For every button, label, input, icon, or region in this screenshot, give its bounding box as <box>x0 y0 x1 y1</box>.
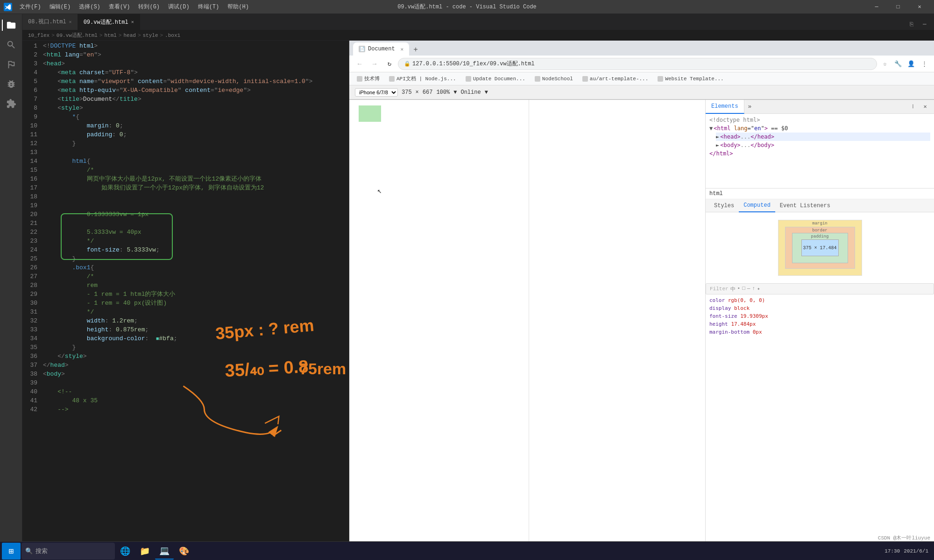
more-button[interactable]: ⋮ <box>918 58 930 70</box>
device-mode-arrow: ▼ <box>485 89 488 96</box>
taskbar-ps[interactable]: 🎨 <box>175 543 193 560</box>
menu-terminal[interactable]: 终端(T) <box>194 2 223 12</box>
filter-icon-arrow[interactable]: ↑ <box>752 286 755 293</box>
tab-09[interactable]: 09.vw适配.html ✕ <box>78 14 140 30</box>
breadcrumb: 10_flex > 09.vw适配.html > html > head > s… <box>22 30 934 41</box>
bookmark-button[interactable]: ☆ <box>879 58 891 70</box>
close-button[interactable]: ✕ <box>909 0 930 14</box>
menu-debug[interactable]: 调试(D) <box>164 2 193 12</box>
devtools-btab-events[interactable]: Event Listeners <box>775 199 835 212</box>
menu-file[interactable]: 文件(F) <box>16 2 45 12</box>
taskbar-time: 17:30 <box>884 548 900 554</box>
new-tab-button[interactable]: + <box>410 44 421 56</box>
browser-tab-document[interactable]: 📄 Document ✕ <box>353 42 409 56</box>
cv-val-height: 17.484px <box>731 321 756 327</box>
device-select[interactable]: iPhone 6/7/8 <box>355 88 398 97</box>
filter-icon-line[interactable]: — <box>747 286 750 293</box>
bookmark-5[interactable]: Website Template... <box>654 75 727 83</box>
devtools-right-header: html <box>706 189 934 199</box>
tab-09-close[interactable]: ✕ <box>131 19 134 25</box>
bookmark-favicon-4 <box>582 76 588 82</box>
more-actions-button[interactable]: ⋯ <box>919 19 930 30</box>
devtools-element-label: html <box>709 190 723 197</box>
address-bar[interactable]: 🔒 127.0.0.1:5500/10_flex/09.vw适配.html <box>398 58 877 70</box>
nav-actions: ☆ 🔧 👤 ⋮ <box>879 58 930 70</box>
menu-help[interactable]: 帮助(H) <box>224 2 253 12</box>
taskbar-explorer[interactable]: 📁 <box>135 543 154 560</box>
tree-html-close: </html> <box>709 149 930 158</box>
taskbar-browser[interactable]: 🌐 <box>116 543 134 560</box>
cv-marginbottom: margin-bottom 0px <box>709 328 930 336</box>
bookmark-favicon-5 <box>658 76 663 82</box>
bookmark-4[interactable]: au/art-template-... <box>579 75 652 83</box>
menu-goto[interactable]: 转到(G) <box>134 2 163 12</box>
tree-body[interactable]: ►<body>...</body> <box>716 141 930 149</box>
code-scroll[interactable]: 12345 678910 1112131415 1617181920 21222… <box>22 41 349 550</box>
menu-view[interactable]: 查看(V) <box>105 2 134 12</box>
device-sep: ▼ <box>453 89 457 96</box>
browser-favicon: 📄 <box>359 46 365 52</box>
devtools-close-button[interactable]: ✕ <box>920 102 930 112</box>
bookmark-0[interactable]: 技术博 <box>353 74 383 83</box>
start-button[interactable]: ⊞ <box>2 543 21 560</box>
activity-git[interactable] <box>2 55 21 74</box>
devtools-tab-elements[interactable]: Elements <box>706 100 744 114</box>
activity-search[interactable] <box>2 35 21 54</box>
breadcrumb-2[interactable]: 09.vw适配.html <box>57 32 98 39</box>
bm-padding-label: padding <box>811 234 829 239</box>
bookmark-1[interactable]: API文档 | Node.js... <box>385 74 460 83</box>
devtools-btab-computed[interactable]: Computed <box>739 199 775 212</box>
bookmark-3[interactable]: NodeSchool <box>531 75 577 83</box>
activity-extensions[interactable] <box>2 94 21 113</box>
computed-values: color rgb(0, 0, 0) display block font-si <box>706 294 934 338</box>
taskbar-right: 17:30 2021/6/1 <box>884 548 932 554</box>
code-pane[interactable]: 12345 678910 1112131415 1617181920 21222… <box>22 41 349 560</box>
account-button[interactable]: 👤 <box>905 58 917 70</box>
cv-color: color rgb(0, 0, 0) <box>709 296 930 304</box>
maximize-button[interactable]: □ <box>887 0 909 14</box>
split-editor-button[interactable]: ⎘ <box>906 19 917 30</box>
tab-09-label: 09.vw适配.html <box>84 18 128 26</box>
breadcrumb-6[interactable]: .box1 <box>165 33 180 38</box>
devtools-more-tabs[interactable]: » <box>744 103 756 110</box>
activity-explorer[interactable] <box>2 16 21 35</box>
app-layout: 08.视口.html ✕ 09.vw适配.html ✕ ⎘ ⋯ 10_flex … <box>0 14 934 560</box>
breadcrumb-5[interactable]: style <box>142 33 158 38</box>
devtools-dock-button[interactable]: ⁞ <box>908 102 918 112</box>
bookmark-2[interactable]: Update Documen... <box>462 75 529 83</box>
breadcrumb-sep-5: > <box>160 33 163 38</box>
tab-08[interactable]: 08.视口.html ✕ <box>22 14 78 30</box>
activity-debug[interactable] <box>2 75 21 93</box>
reload-button[interactable]: ↻ <box>383 57 396 70</box>
breadcrumb-1[interactable]: 10_flex <box>28 33 50 38</box>
filter-icon-chinese[interactable]: 中 <box>730 286 736 293</box>
filter-icon-box[interactable]: □ <box>742 286 745 293</box>
filter-bar[interactable]: Filter 中 • □ — ↑ ✦ <box>706 283 934 294</box>
browser-content: ↖ Elements » ⁞ ✕ <box>349 100 934 560</box>
menu-edit[interactable]: 编辑(E) <box>46 2 75 12</box>
browser-tab-close[interactable]: ✕ <box>400 46 403 52</box>
device-width: 375 <box>402 89 412 96</box>
devtools-btab-styles[interactable]: Styles <box>709 199 739 212</box>
tree-html[interactable]: ▼<html lang="en"> == $0 <box>709 124 930 133</box>
devtools-pane: Elements » ⁞ ✕ <!doctype html> ▼<html la… <box>705 100 934 560</box>
taskbar-vscode[interactable]: 💻 <box>155 543 174 560</box>
tab-08-close[interactable]: ✕ <box>69 19 72 25</box>
menu-bar: 文件(F) 编辑(E) 选择(S) 查看(V) 转到(G) 调试(D) 终端(T… <box>0 0 934 14</box>
back-button[interactable]: ← <box>353 57 366 70</box>
breadcrumb-4[interactable]: head <box>123 33 135 38</box>
filter-icon-star[interactable]: ✦ <box>757 286 760 293</box>
forward-button[interactable]: → <box>368 57 381 70</box>
device-dim-x: × <box>416 89 419 96</box>
taskbar-search[interactable]: 🔍搜索 <box>21 543 115 560</box>
green-box-element <box>359 105 381 122</box>
minimize-button[interactable]: ― <box>866 0 887 14</box>
extensions-button[interactable]: 🔧 <box>892 58 904 70</box>
tree-head[interactable]: ►<head>...</head> <box>716 133 930 141</box>
cv-prop-marginbottom: margin-bottom <box>709 329 750 335</box>
breadcrumb-3[interactable]: html <box>104 33 116 38</box>
bm-border: border padding 375 × 17.484 <box>785 227 855 269</box>
menu-select[interactable]: 选择(S) <box>75 2 104 12</box>
filter-icon-dot[interactable]: • <box>737 286 741 293</box>
device-mode[interactable]: Online <box>460 89 481 96</box>
